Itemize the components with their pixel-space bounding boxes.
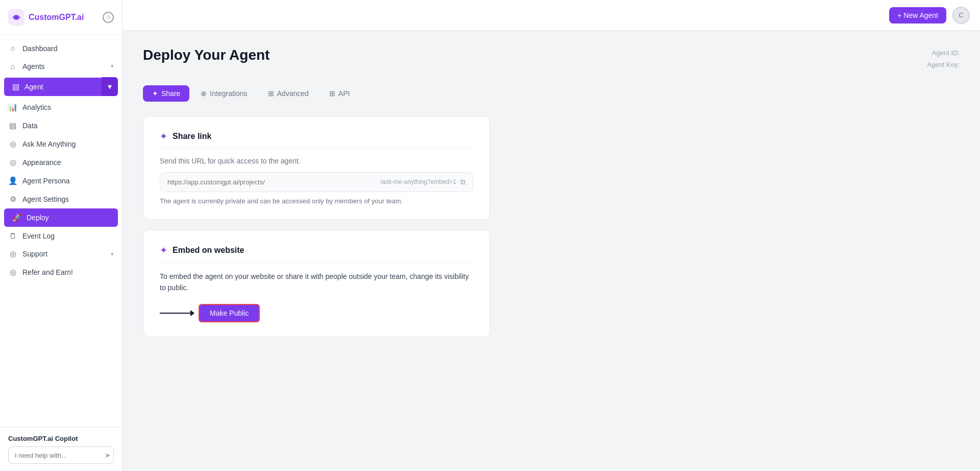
persona-icon: 👤	[8, 176, 17, 185]
sidebar-item-label: Support	[22, 250, 47, 258]
refer-icon: ◎	[8, 268, 17, 277]
privacy-note: The agent is currently private and can b…	[160, 197, 473, 205]
make-public-row: Make Public	[160, 304, 473, 322]
tab-label: Integrations	[210, 89, 247, 98]
sidebar-item-event-log[interactable]: 🗒 Event Log	[0, 227, 122, 245]
sidebar-item-agent-persona[interactable]: 👤 Agent Persona	[0, 172, 122, 190]
chevron-down-icon: ▾	[111, 251, 114, 257]
clock-icon[interactable]: ⏱	[103, 12, 114, 23]
share-link-card: ✦ Share link Send this URL for quick acc…	[143, 116, 490, 220]
integrations-tab-icon: ⊕	[201, 89, 207, 98]
main-area: + New Agent C Deploy Your Agent Agent ID…	[122, 0, 980, 471]
arrow-line	[160, 313, 190, 314]
sidebar-item-dashboard[interactable]: ○ Dashboard	[0, 39, 122, 57]
sidebar-item-label: Agent Settings	[22, 195, 69, 203]
agents-icon: ⌂	[8, 62, 17, 70]
settings-icon: ⚙	[8, 195, 17, 204]
tab-label: Share	[161, 89, 180, 98]
tab-integrations[interactable]: ⊕ Integrations	[191, 85, 256, 102]
sidebar-item-appearance[interactable]: ◎ Appearance	[0, 153, 122, 172]
agent-chevron[interactable]: ▾	[102, 77, 118, 96]
sidebar: CustomGPT.ai ⏱ ○ Dashboard ⌂ Agents ▾ ▤ …	[0, 0, 122, 471]
copilot-input-wrap: ➤	[8, 446, 114, 464]
sidebar-item-label: Agent Persona	[22, 177, 70, 185]
arrow-indicator	[160, 310, 194, 316]
embed-card: ✦ Embed on website To embed the agent on…	[143, 230, 490, 337]
sidebar-nav: ○ Dashboard ⌂ Agents ▾ ▤ Agent ▾ 📊 Analy…	[0, 35, 122, 427]
copy-url-button[interactable]: ⧉	[460, 178, 465, 186]
share-url-input-wrap: /ask-me-anything?embed=1 ⧉	[160, 172, 473, 192]
send-icon[interactable]: ➤	[105, 451, 111, 459]
share-tab-icon: ✦	[152, 89, 158, 98]
logo-text: CustomGPT.ai	[29, 13, 84, 22]
tab-label: Advanced	[277, 89, 309, 98]
agent-label: Agent	[24, 83, 43, 91]
sidebar-item-label: Event Log	[22, 232, 55, 240]
tab-advanced[interactable]: ⊞ Advanced	[259, 85, 318, 102]
sidebar-item-label: Appearance	[22, 158, 61, 167]
copilot-section: CustomGPT.ai Copilot ➤	[0, 427, 122, 471]
sidebar-item-label: Data	[22, 122, 38, 130]
sidebar-item-ask-me-anything[interactable]: ◎ Ask Me Anything	[0, 135, 122, 153]
page-content: Deploy Your Agent Agent ID: Agent Key: ✦…	[122, 31, 980, 471]
sidebar-item-agent-active[interactable]: ▤ Agent ▾	[4, 77, 118, 96]
agent-icon: ▤	[12, 82, 19, 91]
tab-api[interactable]: ⊞ API	[320, 85, 359, 102]
agent-id-label: Agent ID:	[927, 47, 960, 59]
make-public-button[interactable]: Make Public	[199, 304, 260, 322]
sidebar-item-support[interactable]: ◎ Support ▾	[0, 245, 122, 263]
embed-title: Embed on website	[173, 246, 244, 255]
embed-icon: ✦	[160, 245, 167, 256]
chevron-down-icon: ▾	[108, 82, 112, 91]
sidebar-item-deploy[interactable]: 🚀 Deploy	[4, 208, 118, 227]
page-title: Deploy Your Agent	[143, 47, 270, 63]
share-link-header: ✦ Share link	[160, 131, 473, 149]
sidebar-logo: CustomGPT.ai ⏱	[0, 0, 122, 35]
share-link-title: Share link	[173, 132, 211, 141]
deploy-icon: 🚀	[12, 213, 21, 222]
agent-main[interactable]: ▤ Agent	[4, 78, 102, 96]
sidebar-item-label: Dashboard	[22, 44, 58, 53]
sidebar-item-label: Deploy	[27, 214, 49, 222]
analytics-icon: 📊	[8, 103, 17, 112]
arrow-head	[190, 310, 194, 316]
page-header: Deploy Your Agent Agent ID: Agent Key:	[143, 47, 960, 71]
sidebar-item-label: Refer and Earn!	[22, 268, 73, 276]
embed-header: ✦ Embed on website	[160, 245, 473, 263]
share-link-icon: ✦	[160, 131, 167, 142]
sidebar-item-data[interactable]: ▤ Data	[0, 116, 122, 135]
svg-point-1	[14, 15, 18, 19]
appearance-icon: ◎	[8, 158, 17, 167]
topbar: + New Agent C	[122, 0, 980, 31]
advanced-tab-icon: ⊞	[268, 89, 274, 98]
ask-icon: ◎	[8, 139, 17, 149]
url-suffix: /ask-me-anything?embed=1	[380, 178, 456, 185]
event-log-icon: 🗒	[8, 231, 17, 240]
copilot-input[interactable]	[15, 452, 101, 459]
sidebar-item-agent-settings[interactable]: ⚙ Agent Settings	[0, 190, 122, 208]
copilot-title: CustomGPT.ai Copilot	[8, 435, 114, 442]
sidebar-item-agents[interactable]: ⌂ Agents ▾	[0, 57, 122, 75]
api-tab-icon: ⊞	[329, 89, 335, 98]
data-icon: ▤	[8, 121, 17, 130]
chevron-down-icon: ▾	[111, 63, 114, 69]
agent-meta: Agent ID: Agent Key:	[927, 47, 960, 71]
share-link-description: Send this URL for quick access to the ag…	[160, 157, 473, 165]
sidebar-item-label: Agents	[22, 62, 45, 70]
sidebar-item-analytics[interactable]: 📊 Analytics	[0, 98, 122, 116]
embed-description: To embed the agent on your website or sh…	[160, 271, 473, 294]
tab-label: API	[338, 89, 350, 98]
share-url-input[interactable]	[167, 178, 376, 186]
support-icon: ◎	[8, 249, 17, 258]
logo-icon	[8, 9, 24, 26]
sidebar-item-label: Analytics	[22, 103, 51, 111]
sidebar-item-refer-earn[interactable]: ◎ Refer and Earn!	[0, 263, 122, 281]
tab-share[interactable]: ✦ Share	[143, 85, 189, 102]
avatar: C	[952, 7, 970, 24]
new-agent-button[interactable]: + New Agent	[889, 7, 946, 23]
deploy-tabs: ✦ Share ⊕ Integrations ⊞ Advanced ⊞ API	[143, 85, 960, 102]
agent-key-label: Agent Key:	[927, 59, 960, 70]
dashboard-icon: ○	[8, 44, 17, 53]
sidebar-item-label: Ask Me Anything	[22, 140, 76, 148]
